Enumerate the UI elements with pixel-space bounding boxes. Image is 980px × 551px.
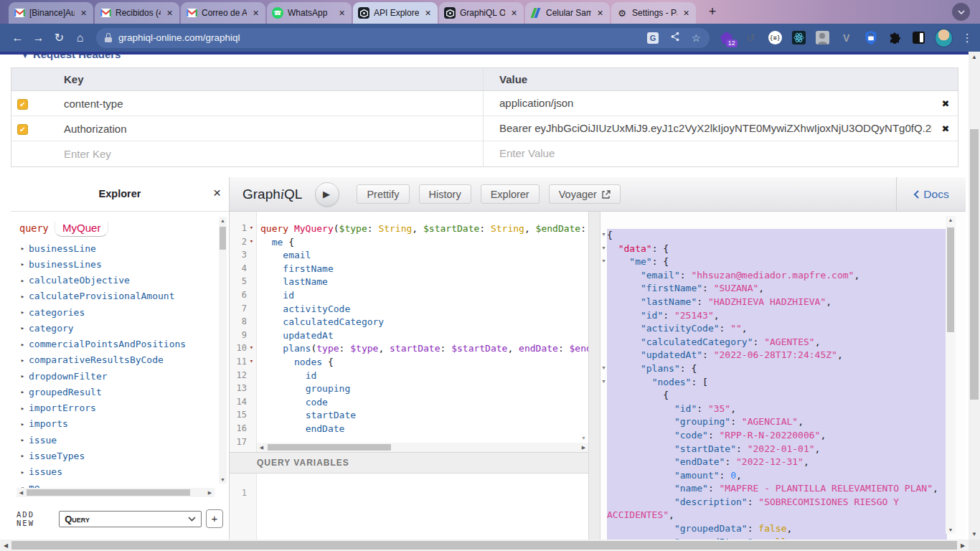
browser-menu-button[interactable]: ⋮ — [961, 32, 973, 44]
header-enabled-checkbox[interactable]: ✔ — [17, 124, 28, 135]
scroll-up-icon[interactable]: ▲ — [969, 54, 980, 60]
tab-close-button[interactable]: × — [337, 8, 347, 18]
explorer-horizontal-scrollbar[interactable]: ◀ ▶ — [17, 488, 215, 497]
scroll-left-icon[interactable]: ◀ — [258, 445, 265, 451]
scrollbar-thumb[interactable] — [268, 444, 391, 451]
new-tab-button[interactable]: + — [703, 3, 722, 22]
scrollbar-thumb[interactable] — [970, 129, 979, 400]
query-name-input[interactable]: MyQuer — [55, 222, 108, 237]
explorer-close-button[interactable]: × — [213, 185, 221, 201]
explorer-field-comparativeResultsByCode[interactable]: ▸comparativeResultsByCode — [17, 352, 217, 368]
tab-close-button[interactable]: × — [423, 8, 433, 18]
fold-arrow-icon[interactable]: ▾ — [600, 245, 607, 251]
translate-icon[interactable]: G — [647, 32, 659, 44]
header-value-cell[interactable]: application/json — [483, 91, 932, 116]
header-value-cell[interactable]: Bearer eyJhbGciOiJIUzUxMiJ9.eyJ1c2VyX2lk… — [483, 116, 932, 141]
page-vertical-scrollbar[interactable]: ▲ ▼ — [969, 52, 980, 540]
fold-arrow-icon[interactable]: ▾ — [248, 224, 255, 231]
session-extension-icon[interactable] — [816, 31, 829, 44]
page-horizontal-scrollbar[interactable]: ◀ ▶ — [0, 540, 969, 551]
pane-resizer[interactable] — [588, 212, 600, 540]
remove-header-button[interactable]: ✖ — [932, 98, 959, 109]
docs-button[interactable]: Docs — [896, 177, 966, 211]
fold-arrow-icon[interactable]: ▾ — [248, 344, 255, 351]
editor-horizontal-scrollbar[interactable]: ◀ ▶ — [257, 443, 588, 452]
prettify-button[interactable]: Prettify — [357, 184, 409, 204]
explorer-field-importErrors[interactable]: ▸importErrors — [17, 400, 217, 416]
browser-tab[interactable]: Recibidos (4× — [95, 2, 179, 24]
scroll-right-icon[interactable]: ▶ — [207, 490, 213, 496]
explorer-field-dropdownFilter[interactable]: ▸dropdownFilter — [17, 368, 217, 384]
back-button[interactable]: ← — [7, 32, 28, 44]
tab-close-button[interactable]: × — [682, 8, 691, 18]
disabled-extension-icon[interactable]: ↺ — [744, 31, 758, 45]
tab-close-button[interactable]: × — [595, 8, 605, 18]
scrollbar-thumb[interactable] — [947, 227, 954, 332]
explorer-field-groupedResult[interactable]: ▸groupedResult — [17, 384, 217, 400]
browser-tab[interactable]: ☎WhatsApp× — [267, 2, 352, 24]
tab-close-button[interactable]: × — [509, 8, 519, 18]
header-key-cell[interactable]: content-type — [51, 98, 483, 110]
explorer-field-calculateProvisionalAmount[interactable]: ▸calculateProvisionalAmount — [17, 288, 217, 304]
header-key-cell[interactable]: Authorization — [51, 123, 483, 135]
explorer-field-businessLines[interactable]: ▸businessLines — [17, 256, 217, 272]
explorer-field-issue[interactable]: ▸issue — [17, 432, 217, 448]
response-vertical-scrollbar[interactable]: ▲ ▼ — [946, 216, 956, 534]
bookmark-star-icon[interactable]: ☆ — [692, 32, 701, 44]
query-code[interactable]: query MyQuery($type: String, $startDate:… — [257, 212, 588, 443]
query-editor[interactable]: 1▾2▾345678910▾11▾121314151617 query MyQu… — [230, 212, 588, 452]
explorer-field-calculateObjective[interactable]: ▸calculateObjective — [17, 273, 217, 288]
home-button[interactable]: ⌂ — [70, 32, 90, 44]
scrollbar-thumb[interactable] — [220, 227, 226, 250]
explorer-field-commercialPointsAndPositions[interactable]: ▸commercialPointsAndPositions — [17, 336, 217, 352]
explorer-field-me[interactable]: ▾me — [17, 480, 217, 488]
fold-arrow-icon[interactable]: ▾ — [600, 258, 607, 264]
tab-close-button[interactable]: × — [79, 8, 88, 18]
browser-tab[interactable]: [Binance]Au× — [9, 2, 93, 24]
browser-tab[interactable]: GraphiQL O× — [439, 2, 524, 24]
add-new-button[interactable]: + — [206, 509, 223, 528]
fold-arrow-icon[interactable]: ▾ — [248, 237, 255, 245]
value-input[interactable]: Enter Value — [483, 141, 932, 166]
voyager-button[interactable]: Voyager — [549, 184, 621, 204]
browser-tab[interactable]: Correo de A× — [181, 2, 265, 24]
scroll-right-icon[interactable]: ▶ — [959, 542, 966, 549]
sidebar-extension-icon[interactable] — [913, 32, 925, 44]
explorer-field-issueTypes[interactable]: ▸issueTypes — [17, 448, 217, 463]
explorer-field-issues[interactable]: ▸issues — [17, 464, 217, 480]
fold-arrow-icon[interactable]: ▾ — [600, 231, 607, 237]
fold-arrow-icon[interactable]: ▾ — [600, 378, 607, 385]
fold-arrow-icon[interactable]: ▾ — [248, 357, 255, 364]
header-enabled-checkbox[interactable]: ✔ — [17, 99, 28, 110]
extensions-puzzle-icon[interactable] — [888, 31, 903, 45]
scroll-right-icon[interactable]: ▶ — [580, 445, 587, 451]
reload-button[interactable]: ↻ — [49, 31, 70, 44]
remove-header-button[interactable]: ✖ — [932, 123, 959, 134]
vue-devtools-extension-icon[interactable]: V — [839, 31, 854, 45]
scroll-up-icon[interactable]: ▲ — [219, 218, 227, 223]
explorer-field-imports[interactable]: ▸imports — [17, 416, 217, 432]
add-new-select[interactable]: Query — [59, 511, 201, 527]
fold-arrow-icon[interactable]: ▾ — [600, 364, 607, 371]
scrollbar-thumb[interactable] — [11, 541, 957, 550]
scroll-down-icon[interactable]: ▼ — [946, 527, 956, 532]
tab-close-button[interactable]: × — [165, 8, 174, 18]
scroll-down-icon[interactable]: ▼ — [969, 531, 980, 537]
address-bar[interactable]: graphiql-online.com/graphiql G ☆ — [96, 28, 710, 48]
scroll-up-icon[interactable]: ▲ — [946, 217, 956, 222]
scrollbar-thumb[interactable] — [27, 489, 190, 496]
browser-tab[interactable]: API Explorer× — [353, 2, 438, 24]
tab-close-button[interactable]: × — [251, 8, 260, 18]
browser-tab[interactable]: Celular Sam× — [525, 2, 610, 24]
tab-search-button[interactable] — [952, 3, 970, 21]
key-input[interactable]: Enter Key — [51, 148, 483, 160]
browser-tab[interactable]: ⚙Settings - Pa× — [611, 2, 696, 24]
explorer-field-category[interactable]: ▸category — [17, 320, 217, 336]
editor-scroll-down-icon[interactable]: ▼ — [581, 435, 586, 441]
forward-button[interactable]: → — [28, 32, 49, 44]
explorer-field-categories[interactable]: ▸categories — [17, 304, 217, 320]
privacy-badger-extension-icon[interactable]: 12 — [720, 31, 734, 45]
react-devtools-extension-icon[interactable] — [792, 31, 806, 44]
share-icon[interactable] — [670, 32, 680, 44]
query-variables-editor[interactable]: 1 — [230, 474, 588, 540]
